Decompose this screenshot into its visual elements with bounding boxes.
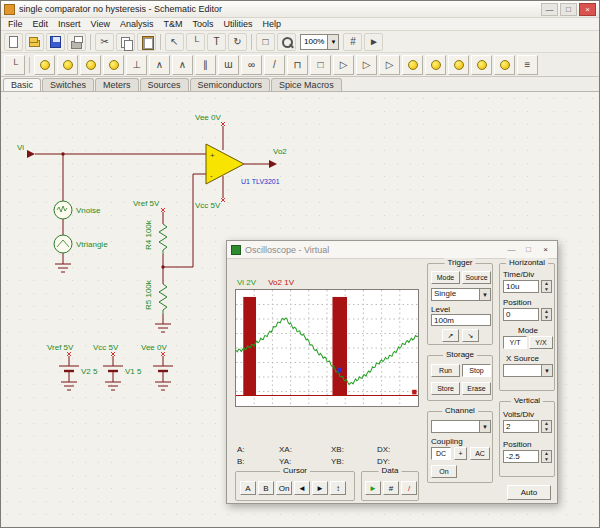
copy-icon[interactable] (116, 33, 135, 51)
inductor-icon[interactable]: ɯ (218, 55, 239, 75)
timediv-stepper[interactable]: ▲ ▼ (541, 280, 552, 293)
maximize-button[interactable]: □ (560, 3, 577, 16)
pushbutton-icon[interactable]: ⊓ (287, 55, 308, 75)
tab-basic[interactable]: Basic (3, 78, 41, 91)
voltage-source-icon[interactable] (34, 55, 55, 75)
tab-meters[interactable]: Meters (95, 78, 139, 91)
zoom-dropdown-arrow[interactable]: ▼ (327, 35, 338, 49)
trigger-rising-edge-button[interactable]: ↗ (442, 329, 459, 342)
signal-source-icon[interactable] (494, 55, 515, 75)
titlebar[interactable]: single comparator no hysteresis - Schema… (1, 1, 599, 18)
v-position-down-icon[interactable]: ▼ (542, 457, 551, 463)
data-acquire-icon[interactable]: ► (365, 481, 381, 495)
h-position-input[interactable] (503, 308, 539, 321)
relay-icon[interactable]: □ (310, 55, 331, 75)
select-arrow-icon[interactable]: ↖ (165, 33, 184, 51)
rotate-icon[interactable]: ↻ (228, 33, 247, 51)
cursor-updown-button[interactable]: ↕ (330, 481, 346, 495)
print-icon[interactable] (67, 33, 86, 51)
voltsdiv-down-icon[interactable]: ▼ (542, 427, 551, 433)
resistor-r5[interactable] (159, 284, 167, 314)
coupling-dc-button[interactable]: DC (431, 447, 451, 460)
cursor-on-button[interactable]: On (276, 481, 292, 495)
diode-icon[interactable]: ▷ (333, 55, 354, 75)
store-button[interactable]: Store (431, 382, 460, 395)
h-position-down-icon[interactable]: ▼ (542, 315, 551, 321)
menu-item-utilities[interactable]: Utilities (218, 19, 257, 29)
tab-switches[interactable]: Switches (42, 78, 94, 91)
tab-spice-macros[interactable]: Spice Macros (271, 78, 342, 91)
h-position-stepper[interactable]: ▲ ▼ (541, 308, 552, 321)
yx-mode-button[interactable]: Y/X (529, 336, 553, 349)
save-icon[interactable] (46, 33, 65, 51)
run-button[interactable]: Run (431, 364, 460, 377)
cursor-a-button[interactable]: A (240, 481, 256, 495)
scope-maximize-button[interactable]: □ (521, 243, 536, 256)
potentiometer-icon[interactable]: ∧ (172, 55, 193, 75)
menu-item-analysis[interactable]: Analysis (115, 19, 159, 29)
menu-item-tools[interactable]: Tools (187, 19, 218, 29)
ohmmeter-icon[interactable] (448, 55, 469, 75)
channel-dropdown-arrow[interactable]: ▼ (479, 421, 490, 432)
xsource-dropdown-arrow[interactable]: ▼ (541, 365, 552, 376)
new-file-icon[interactable] (4, 33, 23, 51)
tab-semiconductors[interactable]: Semiconductors (190, 78, 271, 91)
v-position-stepper[interactable]: ▲ ▼ (541, 450, 552, 463)
channel-on-button[interactable]: On (431, 465, 457, 478)
menu-item-help[interactable]: Help (257, 19, 286, 29)
generator-icon[interactable] (80, 55, 101, 75)
voltsdiv-stepper[interactable]: ▲ ▼ (541, 420, 552, 433)
resistor-icon[interactable]: ∧ (149, 55, 170, 75)
menu-item-tm[interactable]: T&M (158, 19, 187, 29)
v-position-input[interactable] (503, 450, 539, 463)
menu-item-edit[interactable]: Edit (28, 19, 54, 29)
trigger-mode-dropdown-arrow[interactable]: ▼ (479, 289, 490, 300)
scope-close-button[interactable]: × (538, 243, 553, 256)
paste-icon[interactable] (137, 33, 156, 51)
tab-sources[interactable]: Sources (140, 78, 189, 91)
data-table-icon[interactable]: # (383, 481, 399, 495)
switch-icon[interactable]: / (264, 55, 285, 75)
trigger-falling-edge-button[interactable]: ↘ (462, 329, 479, 342)
trigger-mode-button[interactable]: Mode (431, 271, 460, 284)
auto-button[interactable]: Auto (507, 485, 551, 500)
zoom-select[interactable]: 100% ▼ (300, 34, 339, 50)
resistor-r4[interactable] (159, 224, 167, 254)
menu-item-file[interactable]: File (3, 19, 28, 29)
menu-item-view[interactable]: View (86, 19, 115, 29)
current-source-icon[interactable] (57, 55, 78, 75)
stop-button[interactable]: Stop (462, 364, 491, 377)
battery-icon[interactable] (103, 55, 124, 75)
timediv-down-icon[interactable]: ▼ (542, 287, 551, 293)
analyzer-icon[interactable]: ≡ (517, 55, 538, 75)
data-clear-icon[interactable]: / (401, 481, 417, 495)
trigger-source-button[interactable]: Source (462, 271, 491, 284)
scope-minimize-button[interactable]: — (504, 243, 519, 256)
cursor-b-button[interactable]: B (258, 481, 274, 495)
vtriangle-source[interactable] (54, 235, 72, 253)
close-button[interactable]: × (579, 3, 596, 16)
cursor-left-button[interactable]: ◄ (294, 481, 310, 495)
ground-icon[interactable]: ⊥ (126, 55, 147, 75)
oscilloscope-titlebar[interactable]: Oscilloscope - Virtual — □ × (227, 241, 557, 259)
minimize-button[interactable]: — (541, 3, 558, 16)
wire-icon[interactable]: └ (4, 55, 25, 75)
yt-mode-button[interactable]: Y/T (503, 336, 527, 349)
interactive-mode-icon[interactable]: ► (364, 33, 383, 51)
open-file-icon[interactable] (25, 33, 44, 51)
timediv-input[interactable] (503, 280, 539, 293)
ammeter-icon[interactable] (425, 55, 446, 75)
trigger-mode-select[interactable]: Single ▼ (431, 288, 491, 301)
voltsdiv-input[interactable] (503, 420, 539, 433)
wattmeter-icon[interactable] (471, 55, 492, 75)
xsource-select[interactable]: ▼ (503, 364, 553, 377)
opamp-u1[interactable]: + - (206, 144, 244, 184)
trigger-level-input[interactable] (431, 314, 491, 326)
cursor-right-button[interactable]: ► (312, 481, 328, 495)
menu-item-insert[interactable]: Insert (53, 19, 86, 29)
vnoise-source[interactable] (54, 201, 72, 219)
battery-symbols[interactable] (59, 366, 173, 371)
grid-toggle-icon[interactable]: # (343, 33, 362, 51)
erase-button[interactable]: Erase (462, 382, 491, 395)
zoom-window-icon[interactable]: □ (256, 33, 275, 51)
